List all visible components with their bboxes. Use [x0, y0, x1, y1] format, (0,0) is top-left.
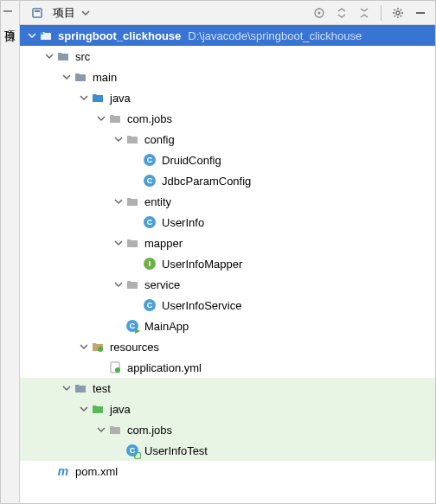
- expand-arrow[interactable]: [60, 70, 74, 84]
- hide-button[interactable]: [411, 3, 430, 22]
- tree-label: JdbcParamConfig: [162, 175, 251, 188]
- tree-label: UserInfoService: [162, 299, 241, 312]
- tree-node-java-test[interactable]: java: [20, 399, 435, 419]
- main-panel: 项目 springboot_clickhouse D:\javacode\spr…: [20, 1, 435, 503]
- project-icon: [30, 6, 44, 20]
- expand-arrow[interactable]: [94, 423, 108, 437]
- tree-label: DruidConfig: [162, 154, 221, 167]
- svg-rect-6: [416, 12, 425, 14]
- expand-arrow[interactable]: [112, 278, 125, 291]
- minimize-icon: [1, 4, 15, 18]
- toolbar-separator: [381, 5, 382, 21]
- folder-icon: [56, 49, 70, 63]
- package-icon: [108, 112, 122, 125]
- folder-icon: [74, 70, 87, 84]
- tree-label: application.yml: [127, 361, 202, 374]
- tree-node-pkg-main[interactable]: com.jobs: [20, 108, 435, 129]
- tree-node-project-root[interactable]: springboot_clickhouse D:\javacode\spring…: [20, 25, 435, 46]
- package-icon: [125, 195, 139, 208]
- tree-label: com.jobs: [127, 112, 172, 125]
- expand-arrow[interactable]: [112, 236, 125, 250]
- maven-icon: m: [56, 464, 70, 478]
- folder-icon: [74, 381, 87, 395]
- svg-point-9: [98, 347, 103, 352]
- tree-label: config: [144, 133, 175, 146]
- expand-arrow[interactable]: [60, 381, 74, 395]
- resources-folder-icon: [91, 340, 105, 354]
- tree-node-pom[interactable]: m pom.xml: [20, 461, 435, 482]
- expand-arrow[interactable]: [77, 402, 91, 416]
- sidetab-title: 项目: [3, 22, 18, 25]
- tree-label: java: [110, 92, 131, 105]
- expand-all-button[interactable]: [332, 3, 351, 22]
- tree-label: UserInfo: [162, 216, 204, 229]
- class-icon: C: [143, 298, 157, 312]
- project-title: 项目: [53, 5, 75, 21]
- svg-marker-8: [135, 329, 140, 334]
- expand-arrow[interactable]: [42, 49, 56, 63]
- tree-node-pkg-test[interactable]: com.jobs: [20, 419, 435, 440]
- expand-arrow[interactable]: [112, 132, 125, 146]
- svg-point-5: [396, 11, 400, 15]
- tree-label: entity: [144, 195, 171, 208]
- tree-node-java-main[interactable]: java: [20, 87, 435, 108]
- package-icon: [108, 423, 122, 437]
- tree-node-mapper[interactable]: mapper: [20, 233, 435, 253]
- tree-label: UserInfoTest: [144, 444, 208, 457]
- tree-label: test: [93, 382, 111, 395]
- project-toolbar: 项目: [20, 1, 435, 25]
- tree-node-service[interactable]: service: [20, 274, 435, 295]
- svg-rect-2: [35, 10, 40, 12]
- settings-button[interactable]: [388, 3, 407, 22]
- svg-rect-1: [33, 9, 42, 17]
- package-icon: [125, 236, 139, 250]
- svg-rect-7: [41, 32, 43, 35]
- tree-node-mainapp[interactable]: C MainApp: [20, 316, 435, 336]
- tree-node-userinfotest[interactable]: C UserInfoTest: [20, 440, 435, 461]
- class-icon: C: [143, 153, 157, 167]
- tree-label: java: [110, 403, 131, 416]
- tree-node-config[interactable]: config: [20, 129, 435, 150]
- expand-arrow[interactable]: [112, 195, 125, 208]
- tree-node-src[interactable]: src: [20, 46, 435, 67]
- tree-label: src: [75, 50, 90, 63]
- tree-node-userinfo[interactable]: C UserInfo: [20, 212, 435, 233]
- expand-arrow[interactable]: [94, 112, 108, 125]
- tree-label: UserInfoMapper: [162, 258, 242, 271]
- tree-node-resources[interactable]: resources: [20, 336, 435, 357]
- test-folder-icon: [91, 402, 105, 416]
- tree-label: com.jobs: [127, 424, 172, 437]
- interface-icon: I: [143, 257, 157, 271]
- tree-label: main: [93, 71, 117, 84]
- package-icon: [125, 132, 139, 146]
- project-tree[interactable]: springboot_clickhouse D:\javacode\spring…: [20, 25, 435, 503]
- svg-point-4: [318, 11, 321, 14]
- expand-arrow[interactable]: [77, 91, 91, 105]
- tree-node-jdbcparamconfig[interactable]: C JdbcParamConfig: [20, 170, 435, 191]
- tree-label: mapper: [144, 237, 183, 250]
- expand-arrow[interactable]: [77, 340, 91, 354]
- test-class-icon: C: [125, 443, 139, 457]
- tree-label: pom.xml: [75, 465, 118, 478]
- tree-node-main[interactable]: main: [20, 67, 435, 87]
- tree-label: MainApp: [144, 320, 189, 333]
- project-selector[interactable]: 项目: [25, 3, 103, 22]
- expand-arrow[interactable]: [25, 29, 39, 42]
- tree-node-druidconfig[interactable]: C DruidConfig: [20, 150, 435, 170]
- tree-node-userinfoservice[interactable]: C UserInfoService: [20, 295, 435, 316]
- svg-rect-0: [3, 10, 12, 12]
- project-root-path: D:\javacode\springboot_clickhouse: [188, 29, 362, 42]
- tree-node-entity[interactable]: entity: [20, 191, 435, 212]
- tree-node-test[interactable]: test: [20, 378, 435, 399]
- tree-node-userinfomapper[interactable]: I UserInfoMapper: [20, 253, 435, 274]
- chevron-down-icon: [79, 6, 93, 20]
- yml-icon: [108, 360, 122, 374]
- scroll-from-source-button[interactable]: [310, 3, 329, 22]
- svg-point-11: [115, 367, 120, 373]
- collapse-all-button[interactable]: [355, 3, 374, 22]
- tree-label: resources: [110, 341, 159, 354]
- side-tab[interactable]: 项目: [1, 1, 20, 503]
- project-root-label: springboot_clickhouse: [58, 29, 181, 42]
- tree-node-appyml[interactable]: application.yml: [20, 357, 435, 378]
- class-run-icon: C: [125, 319, 139, 333]
